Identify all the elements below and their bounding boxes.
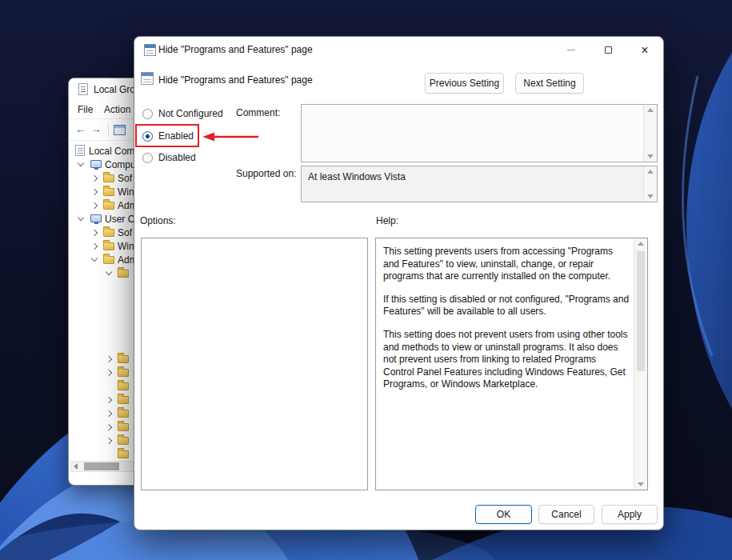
supported-on-box: At least Windows Vista [301,166,658,202]
chevron-right-icon[interactable] [106,438,112,444]
supported-scrollbar [643,166,657,202]
chevron-down-icon[interactable] [78,160,84,166]
folder-icon [118,423,129,431]
maximize-icon [605,46,612,54]
setting-header-title: Hide "Programs and Features" page [158,74,313,86]
scrollbar-thumb[interactable] [84,462,119,470]
show-console-tree-icon[interactable] [114,125,126,135]
policy-setting-icon [144,44,156,56]
folder-icon [118,437,129,445]
maximize-button[interactable] [590,37,626,63]
cancel-button[interactable]: Cancel [538,505,594,524]
scroll-left-arrow-icon[interactable] [74,463,78,470]
previous-setting-button[interactable]: Previous Setting [425,73,504,94]
chevron-right-icon[interactable] [106,397,112,403]
chevron-right-icon[interactable] [91,175,98,182]
minimize-icon [567,50,575,50]
radio-disabled[interactable]: Disabled [142,151,196,164]
supported-on-value: At least Windows Vista [308,171,406,182]
comment-input[interactable] [301,104,658,162]
help-paragraph: This setting does not prevent users from… [383,329,630,391]
help-paragraph: If this setting is disabled or not confi… [383,294,630,318]
dialog-titlebar[interactable]: Hide "Programs and Features" page × [134,37,663,63]
help-paragraph: This setting prevents users from accessi… [383,246,630,283]
scroll-down-arrow-icon[interactable] [638,482,644,486]
computer-icon [90,160,102,168]
chevron-right-icon[interactable] [106,370,112,376]
folder-icon [103,229,114,237]
dialog-client-area: Hide "Programs and Features" page Previo… [134,63,663,530]
folder-icon [103,256,114,264]
chevron-right-icon[interactable] [106,424,112,430]
folder-icon [103,188,114,196]
minimize-button[interactable] [553,37,590,63]
help-label: Help: [376,215,398,226]
tree-item-label: Sof [118,173,132,184]
options-label: Options: [140,215,176,226]
chevron-right-icon[interactable] [91,230,98,236]
window-controls: × [553,37,663,63]
chevron-right-icon[interactable] [106,410,112,417]
options-panel [141,238,368,490]
menu-action[interactable]: Action [104,104,130,115]
chevron-right-icon[interactable] [91,243,98,250]
chevron-right-icon[interactable] [91,202,98,209]
annotation-arrow-icon [201,130,262,143]
radio-label: Disabled [158,152,196,163]
scroll-up-arrow-icon[interactable] [647,108,654,112]
folder-icon [118,369,129,377]
folder-icon [118,410,129,418]
scroll-down-arrow-icon [647,194,654,198]
radio-not-configured[interactable]: Not Configured [142,107,223,120]
supported-on-label: Supported on: [236,168,296,179]
comment-label: Comment: [236,107,280,118]
chevron-down-icon[interactable] [78,214,84,221]
folder-icon [118,396,129,404]
back-arrow-icon[interactable]: ← [75,122,86,136]
folder-icon [103,242,114,250]
apply-button[interactable]: Apply [602,505,658,524]
toolbar-separator [108,123,109,136]
annotation-highlight-box [135,124,199,147]
next-setting-button[interactable]: Next Setting [515,73,584,94]
chevron-down-icon[interactable] [106,269,112,275]
comment-value [306,109,639,158]
setting-header-icon [141,72,154,85]
folder-icon [118,450,129,458]
tree-item-label: Sof [118,227,132,238]
tree-item-label: Win [118,241,134,252]
tree-item-label: Local Comp [89,146,140,157]
radio-label: Not Configured [158,108,223,119]
folder-icon [118,355,129,363]
folder-icon [103,174,114,182]
desktop: Local Grou File Action ← → Local Comp Co… [0,0,732,560]
comment-scrollbar[interactable] [643,105,657,162]
scrollbar-thumb[interactable] [637,251,645,371]
scroll-up-arrow-icon [647,170,654,174]
scroll-up-arrow-icon[interactable] [638,242,644,246]
folder-icon [118,382,129,390]
computer-icon [90,214,102,222]
console-root-icon [75,145,85,156]
gpedit-app-icon [78,83,88,95]
scroll-down-arrow-icon[interactable] [647,154,654,158]
tree-item-label: Compu [105,159,136,170]
forward-arrow-icon[interactable]: → [90,122,102,136]
ok-button[interactable]: OK [475,505,532,524]
radio-circle-icon[interactable] [142,153,153,163]
dialog-title: Hide "Programs and Features" page [158,44,313,55]
policy-setting-dialog: Hide "Programs and Features" page × Hide… [134,36,664,530]
help-panel: This setting prevents users from accessi… [375,238,648,490]
chevron-down-icon[interactable] [91,255,98,262]
close-icon: × [641,44,648,57]
menu-file[interactable]: File [78,104,93,115]
folder-icon [103,202,114,210]
folder-icon [118,270,129,278]
chevron-right-icon[interactable] [91,189,98,195]
radio-circle-icon[interactable] [142,109,153,119]
help-scrollbar[interactable] [634,238,647,490]
close-button[interactable]: × [626,37,663,63]
chevron-right-icon[interactable] [106,356,112,362]
help-text: This setting prevents users from accessi… [376,238,634,490]
tree-item-label: Win [118,186,134,198]
